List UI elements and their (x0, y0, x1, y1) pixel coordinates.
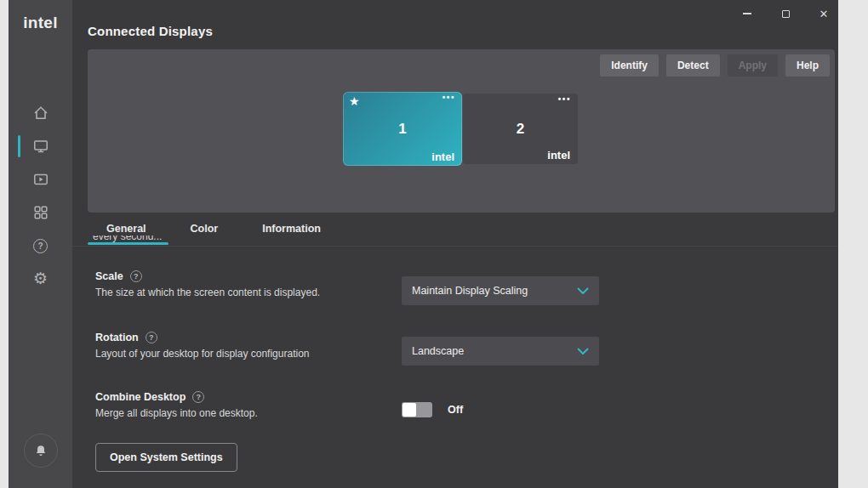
chevron-down-icon (577, 348, 589, 355)
rotation-description: Layout of your desktop for display confi… (95, 348, 309, 360)
combine-desktop-toggle[interactable] (402, 402, 432, 417)
rotation-setting: Rotation ? Layout of your desktop for di… (95, 332, 309, 360)
rotation-dropdown[interactable]: Landscape (402, 337, 599, 366)
open-system-settings-button[interactable]: Open System Settings (95, 443, 237, 472)
scale-help-icon[interactable]: ? (130, 270, 142, 282)
scale-dropdown-value: Maintain Display Scaling (412, 285, 528, 297)
tab-color[interactable]: Color (191, 223, 219, 235)
toggle-knob (403, 403, 416, 417)
sidebar-item-apps[interactable] (9, 204, 72, 221)
tabs-divider (72, 246, 838, 247)
sidebar: intel (9, 0, 72, 488)
sidebar-item-video[interactable] (9, 171, 72, 188)
display-icon (32, 138, 49, 155)
clipped-scrolled-text: every second... (93, 235, 237, 242)
sidebar-item-help[interactable]: ? (9, 237, 72, 254)
tab-general[interactable]: General (106, 223, 146, 235)
close-icon: ✕ (819, 8, 829, 20)
minimize-icon (743, 13, 751, 14)
maximize-button[interactable] (779, 8, 791, 20)
apply-button[interactable]: Apply (728, 54, 778, 77)
active-tab-indicator (88, 242, 168, 245)
main-content: Connected Displays ✕ Identify Detect App… (72, 0, 838, 488)
tab-bar: General Color Information (106, 223, 321, 235)
sidebar-item-home[interactable] (9, 105, 72, 122)
display-1-brand: intel (431, 150, 454, 163)
combine-desktop-state: Off (448, 404, 463, 416)
sidebar-nav: ? ⚙ (9, 105, 72, 287)
scale-setting: Scale ? The size at which the screen con… (95, 270, 320, 298)
display-tile-1[interactable]: ★ ••• 1 intel (343, 92, 462, 166)
minimize-button[interactable] (741, 8, 753, 20)
sidebar-item-display[interactable] (9, 138, 72, 155)
display-tile-2[interactable]: ••• 2 intel (463, 94, 578, 164)
active-nav-indicator (18, 135, 20, 157)
combine-desktop-label: Combine Desktop (95, 391, 186, 403)
home-icon (32, 105, 49, 122)
panel-action-buttons: Identify Detect Apply Help (600, 54, 830, 77)
maximize-icon (782, 10, 790, 18)
combine-desktop-help-icon[interactable]: ? (192, 391, 204, 403)
bell-icon (33, 443, 49, 458)
video-icon (32, 171, 49, 188)
combine-desktop-toggle-row: Off (402, 402, 463, 417)
display-2-brand: intel (547, 149, 570, 162)
tab-information[interactable]: Information (262, 223, 321, 235)
rotation-help-icon[interactable]: ? (146, 332, 157, 343)
rotation-dropdown-value: Landscape (412, 345, 464, 357)
gear-icon: ⚙ (33, 270, 48, 287)
window-controls: ✕ (741, 7, 830, 20)
help-icon: ? (33, 239, 48, 253)
page-title: Connected Displays (88, 24, 213, 38)
combine-desktop-description: Merge all displays into one desktop. (95, 407, 258, 419)
sidebar-item-settings[interactable]: ⚙ (9, 270, 72, 287)
chevron-down-icon (577, 287, 589, 294)
scale-label: Scale (95, 270, 123, 282)
intel-logo: intel (9, 14, 72, 32)
combine-desktop-setting: Combine Desktop ? Merge all displays int… (95, 391, 258, 419)
connected-displays-panel: Identify Detect Apply Help ★ ••• 1 intel… (88, 49, 835, 213)
identify-button[interactable]: Identify (600, 54, 659, 77)
app-window: intel (9, 0, 838, 488)
notifications-button[interactable] (24, 434, 58, 468)
detect-button[interactable]: Detect (666, 54, 720, 77)
rotation-label: Rotation (95, 332, 139, 343)
apps-grid-icon (32, 204, 49, 221)
scale-description: The size at which the screen content is … (95, 287, 320, 298)
help-button[interactable]: Help (785, 54, 830, 77)
scale-dropdown[interactable]: Maintain Display Scaling (402, 276, 599, 305)
close-button[interactable]: ✕ (818, 8, 830, 20)
